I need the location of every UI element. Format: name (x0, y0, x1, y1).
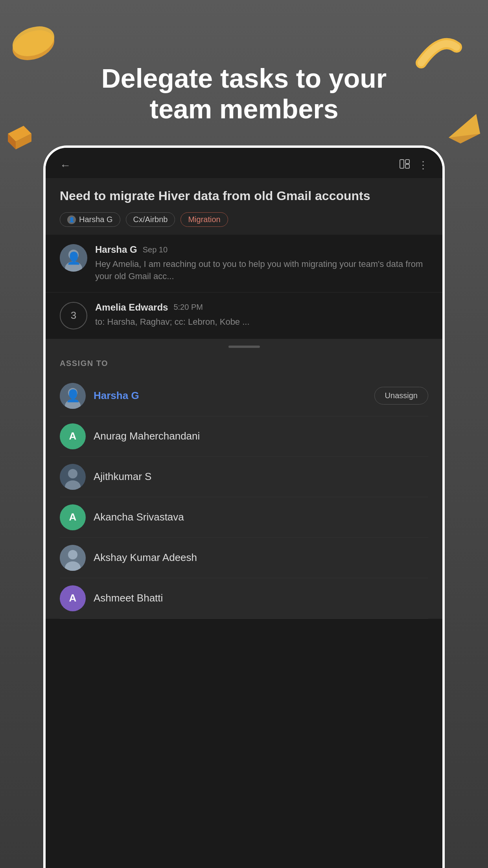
email-item-1[interactable]: Harsha G Sep 10 Hey Amelia, I am reachin… (46, 235, 442, 292)
msg2-content: Amelia Edwards 5:20 PM to: Harsha, Ragha… (95, 302, 428, 328)
more-options-icon[interactable]: ⋮ (418, 159, 428, 171)
headline-line1: Delegate tasks to your (101, 63, 387, 93)
layout-icon[interactable] (399, 159, 410, 172)
assignee-item-akancha[interactable]: A Akancha Srivastava (60, 497, 428, 538)
svg-point-11 (68, 250, 79, 260)
assignee-ajith-name: Ajithkumar S (94, 471, 428, 483)
tag-cx-label: Cx/Airbnb (133, 215, 168, 224)
harsha-avatar (60, 244, 87, 272)
assignee-ashmeet-avatar: A (60, 585, 86, 611)
email-subject-area: Need to migrate Hiver data from old Gmai… (46, 178, 442, 235)
assignee-akancha-avatar: A (60, 504, 86, 530)
handle-bar (228, 346, 260, 348)
svg-point-12 (65, 261, 82, 272)
svg-point-17 (68, 469, 77, 478)
assign-section: ASSIGN TO Harsha G Unassign A An (46, 351, 442, 619)
svg-point-20 (68, 550, 77, 559)
phone-topbar: ← ⋮ (46, 148, 442, 178)
msg1-sender-name: Harsha G (95, 244, 137, 255)
email-item-2[interactable]: 3 Amelia Edwards 5:20 PM to: Harsha, Rag… (46, 292, 442, 339)
sheet-handle[interactable] (46, 339, 442, 351)
tag-harsha-label: Harsha G (79, 215, 113, 224)
thread-count-avatar: 3 (60, 302, 87, 329)
msg2-sender-name: Amelia Edwards (95, 302, 168, 313)
msg1-date: Sep 10 (143, 245, 168, 254)
svg-point-15 (65, 399, 81, 409)
bottom-sheet: ASSIGN TO Harsha G Unassign A An (46, 339, 442, 619)
tag-migration[interactable]: Migration (180, 212, 228, 227)
assignee-ajith-avatar (60, 464, 86, 490)
assignee-harsha-name: Harsha G (94, 390, 366, 402)
svg-rect-9 (405, 164, 409, 168)
assignee-item-ashmeet[interactable]: A Ashmeet Bhatti (60, 578, 428, 619)
phone-frame: ← ⋮ Need to migrate Hiver data from old … (43, 145, 445, 868)
tags-row: 👤 Harsha G Cx/Airbnb Migration (60, 212, 428, 227)
assignee-item-anurag[interactable]: A Anurag Maherchandani (60, 416, 428, 457)
msg1-preview: Hey Amelia, I am reaching out to you to … (95, 258, 428, 283)
assignee-item-akshay[interactable]: Akshay Kumar Adeesh (60, 538, 428, 578)
assignee-akshay-avatar (60, 545, 86, 571)
topbar-icons: ⋮ (399, 159, 428, 172)
msg2-date: 5:20 PM (173, 303, 203, 312)
tag-harsha[interactable]: 👤 Harsha G (60, 212, 120, 227)
tag-migration-label: Migration (188, 215, 220, 224)
assignee-item-ajith[interactable]: Ajithkumar S (60, 457, 428, 497)
msg1-content: Harsha G Sep 10 Hey Amelia, I am reachin… (95, 244, 428, 283)
svg-rect-8 (405, 160, 409, 164)
assignee-harsha-avatar (60, 383, 86, 409)
assignee-akancha-name: Akancha Srivastava (94, 511, 428, 523)
headline-line2: team members (149, 94, 338, 124)
assignee-item-harsha[interactable]: Harsha G Unassign (60, 376, 428, 416)
assign-label: ASSIGN TO (60, 359, 428, 368)
email-subject: Need to migrate Hiver data from old Gmai… (60, 188, 428, 204)
email-thread: Harsha G Sep 10 Hey Amelia, I am reachin… (46, 235, 442, 339)
msg2-sender-row: Amelia Edwards 5:20 PM (95, 302, 428, 313)
assignee-anurag-name: Anurag Maherchandani (94, 430, 428, 442)
tag-cx-airbnb[interactable]: Cx/Airbnb (126, 212, 175, 227)
tag-harsha-avatar: 👤 (67, 215, 76, 224)
msg1-sender-row: Harsha G Sep 10 (95, 244, 428, 255)
assignee-ashmeet-name: Ashmeet Bhatti (94, 592, 428, 604)
unassign-button[interactable]: Unassign (374, 387, 428, 405)
msg2-preview: to: Harsha, Raghav; cc: Lebron, Kobe ... (95, 316, 428, 328)
assignee-anurag-avatar: A (60, 423, 86, 449)
headline: Delegate tasks to your team members (0, 63, 488, 124)
assignee-akshay-name: Akshay Kumar Adeesh (94, 552, 428, 564)
back-button[interactable]: ← (60, 159, 71, 172)
svg-point-14 (68, 388, 77, 397)
topbar-left: ← (60, 159, 71, 172)
svg-rect-7 (400, 160, 404, 168)
